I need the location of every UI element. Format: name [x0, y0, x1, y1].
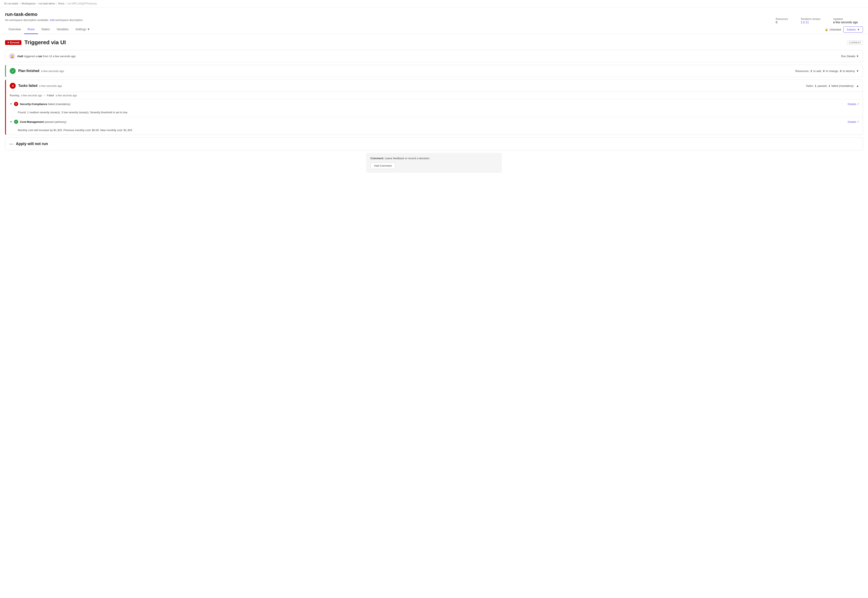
task1-name: Security-Compliance — [20, 103, 47, 106]
resources-add: 2 — [811, 69, 812, 73]
check-icon: ✓ — [10, 68, 16, 74]
tasks-title: Tasks failed — [18, 84, 37, 88]
meta-updated-label: Updated — [833, 18, 858, 21]
task1-status-icon: ✕ — [14, 102, 18, 106]
apply-title: Apply will not run — [16, 142, 48, 146]
errored-label: Errored — [10, 41, 19, 44]
tab-settings[interactable]: Settings ▼ — [72, 25, 93, 34]
workspace-desc-suffix: workspace description. — [55, 18, 83, 22]
plan-time: a few seconds ago — [41, 69, 64, 73]
task2-status-icon: ✓ — [14, 120, 18, 124]
task1-details-link[interactable]: Details ↗ — [848, 103, 859, 106]
breadcrumb-workspaces[interactable]: Workspaces — [21, 2, 35, 5]
tasks-time: a few seconds ago — [39, 84, 62, 87]
workspace-desc-add-link[interactable]: Add — [49, 18, 54, 22]
nav-tabs: Overview Runs States Variables Settings … — [0, 25, 868, 34]
plan-title: Plan finished — [18, 69, 39, 73]
run-details-link[interactable]: Run Details ▼ — [841, 55, 859, 58]
trigger-text: rhall triggered a run from UI a few seco… — [17, 55, 841, 58]
task1-body: Found: 1 medium severity issue(s). 3 low… — [6, 109, 863, 117]
external-link-icon-task2: ↗ — [857, 121, 859, 123]
meta-resources-label: Resources — [776, 18, 788, 21]
tab-runs[interactable]: Runs — [24, 25, 38, 34]
tab-states[interactable]: States — [38, 25, 53, 34]
trigger-user: rhall — [17, 55, 23, 58]
resources-label: Resources: — [795, 69, 809, 73]
resources-change: 0 — [823, 69, 825, 73]
task2-result: passed (advisory) — [45, 120, 66, 123]
unlocked-label: Unlocked — [829, 28, 841, 31]
meta-updated: Updated a few seconds ago — [833, 18, 858, 24]
task1-result: failed (mandatory) — [48, 103, 70, 106]
nav-actions: 🔓 Unlocked Actions ▼ — [825, 27, 863, 33]
resources-change-label: to change, — [826, 69, 839, 73]
task-item-security: ▼ ✕ Security-Compliance failed (mandator… — [6, 99, 863, 117]
errored-badge: ✕ Errored — [5, 40, 21, 45]
workspace-desc-static: No workspace description available. — [5, 18, 49, 22]
run-header: ✕ Errored Triggered via UI CURRENT — [5, 39, 863, 46]
x-icon: ✕ — [7, 41, 9, 44]
task-item-cost-header: ▼ ✓ Cost-Management passed (advisory) De… — [6, 117, 863, 126]
actions-button[interactable]: Actions ▼ — [843, 27, 863, 33]
task2-name: Cost-Management — [20, 120, 44, 123]
chevron-down-icon-run: ▼ — [856, 55, 859, 58]
chevron-up-icon-tasks[interactable]: ▲ — [856, 84, 859, 87]
breadcrumb-sep1: / — [19, 2, 20, 5]
progress-step1: Running — [10, 94, 19, 97]
meta-terraform-label: Terraform version — [801, 18, 820, 21]
tasks-failed-count: 1 — [829, 84, 830, 87]
unlocked-button[interactable]: 🔓 Unlocked — [825, 28, 841, 31]
breadcrumb-sep2: / — [37, 2, 37, 5]
progress-step2-time: a few seconds ago — [55, 94, 77, 97]
chevron-down-icon: ▼ — [87, 27, 90, 31]
trigger-run-word: run — [38, 55, 42, 58]
tasks-progress: Running a few seconds ago > Failed a few… — [6, 92, 863, 99]
add-comment-button[interactable]: Add Comment — [370, 162, 395, 169]
task2-details-link[interactable]: Details ↗ — [848, 120, 859, 123]
breadcrumb-sep4: / — [66, 2, 66, 5]
main-content: ✕ Errored Triggered via UI CURRENT 🧝 rha… — [0, 34, 868, 178]
meta-resources: Resources 0 — [776, 18, 788, 24]
progress-step2: Failed — [47, 94, 54, 97]
chevron-down-icon-task2[interactable]: ▼ — [10, 120, 12, 123]
chevron-down-icon-plan[interactable]: ▼ — [856, 69, 859, 73]
tasks-passed-count: 1 — [815, 84, 816, 87]
tab-settings-label: Settings — [75, 27, 86, 31]
error-icon: ✕ — [10, 83, 16, 89]
tasks-passed-label: passed, — [818, 84, 828, 87]
dash-icon: — — [9, 142, 13, 147]
run-details-label: Run Details — [841, 55, 855, 58]
workspace-title: run-task-demo — [5, 12, 83, 17]
tab-overview[interactable]: Overview — [5, 25, 24, 34]
apply-card: — Apply will not run — [5, 138, 863, 150]
progress-step1-time: a few seconds ago — [21, 94, 42, 97]
breadcrumb-sep3: / — [56, 2, 57, 5]
resources-destroy: 0 — [840, 69, 841, 73]
task2-details-label: Details — [848, 120, 856, 123]
resources-destroy-label: to destroy — [843, 69, 855, 73]
breadcrumb-workspace[interactable]: run-task-demo — [39, 2, 55, 5]
comment-label-text: Leave feedback or record a decision. — [385, 157, 430, 160]
lock-icon: 🔓 — [825, 28, 828, 31]
breadcrumb-runs[interactable]: Runs — [58, 2, 64, 5]
current-badge: CURRENT — [847, 40, 863, 45]
trigger-source: from UI a few seconds ago — [43, 55, 76, 58]
trigger-card: 🧝 rhall triggered a run from UI a few se… — [5, 50, 863, 62]
apply-card-row: — Apply will not run — [5, 138, 863, 150]
tasks-card: ✕ Tasks failed a few seconds ago Tasks: … — [5, 79, 863, 135]
comment-label-bold: Comment: — [370, 157, 384, 160]
tasks-summary: Tasks: 1 passed, 1 failed (mandatory) ▲ — [806, 84, 859, 87]
run-title: Triggered via UI — [24, 39, 66, 46]
meta-terraform-value[interactable]: 1.0.11 — [801, 21, 809, 24]
meta-terraform: Terraform version 1.0.11 — [801, 18, 820, 24]
tasks-failed-label: failed (mandatory) — [831, 84, 854, 87]
resources-add-label: to add, — [813, 69, 822, 73]
breadcrumb-tfc[interactable]: tfc-run-tasks — [4, 2, 18, 5]
plan-resources: Resources: 2 to add, 0 to change, 0 to d… — [795, 69, 859, 73]
trigger-action: triggered a — [24, 55, 38, 58]
tab-variables[interactable]: Variables — [53, 25, 72, 34]
comment-label: Comment: Leave feedback or record a deci… — [370, 157, 498, 160]
chevron-down-icon-task1[interactable]: ▼ — [10, 103, 12, 105]
plan-card-row: ✓ Plan finished a few seconds ago Resour… — [6, 65, 863, 77]
task-item-security-header: ▼ ✕ Security-Compliance failed (mandator… — [6, 99, 863, 109]
